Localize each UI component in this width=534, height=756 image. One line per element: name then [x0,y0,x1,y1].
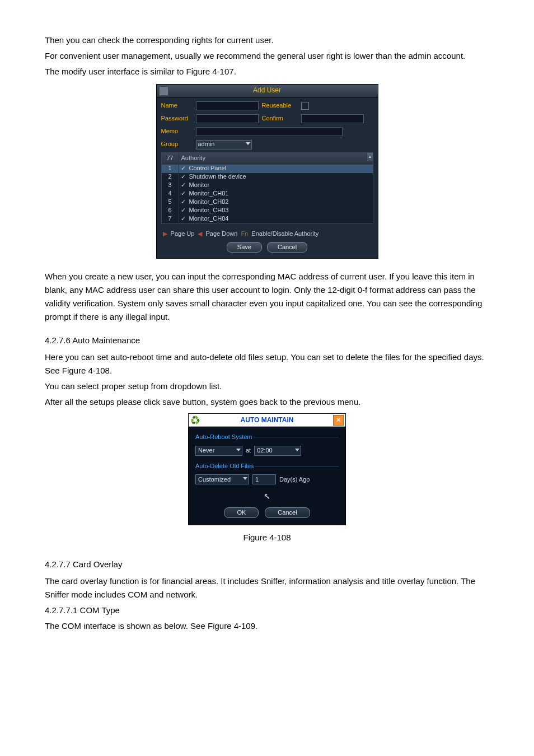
section-4276-heading: 4.2.7.6 Auto Maintenance [45,334,489,347]
add-user-icon [159,86,168,96]
divider [255,466,339,466]
row-number: 7 [162,214,179,224]
section-4277-p2: The COM interface is shown as below. See… [45,619,489,633]
authority-header-label: Authority [179,153,373,164]
memo-input[interactable] [196,127,343,136]
authority-count: 77 [162,153,179,164]
fn-label: Fn [241,230,248,237]
group-select-value: admin [198,139,215,150]
confirm-input[interactable] [301,114,364,123]
section-4276-p3: After all the setups please click save b… [45,395,489,409]
section-4277-p1: The card overlay function is for financi… [45,575,489,601]
recycle-icon: ♻️ [190,416,199,424]
mac-paragraph: When you create a new user, you can inpu… [45,270,489,324]
add-user-titlebar: Add User [157,85,378,97]
reboot-time-value: 02:00 [257,446,273,456]
name-label: Name [161,101,196,111]
chevron-down-icon [246,142,250,145]
close-icon[interactable]: × [333,415,344,426]
intro-line-3: The modify user interface is similar to … [45,65,489,78]
authority-label: Monitor_CH04 [188,214,229,224]
authority-row[interactable]: 7✓Monitor_CH04 [162,215,373,223]
auto-delete-label: Auto-Delete Old Files [195,461,254,472]
ok-button[interactable]: OK [224,507,259,518]
confirm-label: Confirm [262,114,301,124]
group-select[interactable]: admin [196,140,252,150]
page-down-icon[interactable]: ◀ [198,230,202,237]
add-user-title: Add User [253,85,281,96]
authority-header: 77 Authority ▴ [162,153,373,165]
section-4276-p1: Here you can set auto-reboot time and au… [45,351,489,377]
days-input[interactable]: 1 [252,474,276,484]
reuseable-checkbox[interactable] [301,102,309,110]
page-up-label[interactable]: Page Up [171,230,195,237]
chevron-down-icon [295,449,299,451]
figure-4-108-caption: Figure 4-108 [45,531,489,544]
cursor-icon: ↖ [195,490,339,502]
chevron-down-icon [236,449,241,451]
password-input[interactable] [196,114,259,123]
name-input[interactable] [196,101,259,110]
memo-label: Memo [161,127,196,137]
save-button[interactable]: Save [227,242,262,253]
divider [254,437,339,437]
add-user-dialog: Add User Name Reuseable Password Confirm… [156,84,378,259]
check-icon[interactable]: ✓ [179,214,188,224]
section-4276-p2: You can select proper setup from dropdow… [45,380,489,393]
authority-table: 77 Authority ▴ 1✓Control Panel2✓Shutdown… [161,152,373,224]
cancel-button[interactable]: Cancel [267,242,307,253]
enable-disable-label[interactable]: Enable/Disable Authority [251,230,318,237]
page-down-label[interactable]: Page Down [206,230,238,237]
at-label: at [246,446,251,456]
reboot-time-select[interactable]: 02:00 [254,446,301,456]
reuseable-label: Reuseable [262,101,301,111]
section-4277-sub: 4.2.7.7.1 COM Type [45,604,489,617]
authority-nav: ▶ Page Up ◀ Page Down Fn Enable/Disable … [157,226,378,240]
reboot-when-select[interactable]: Never [195,446,242,456]
scroll-up-icon[interactable]: ▴ [367,153,373,161]
auto-maintain-dialog: ♻️ AUTO MAINTAIN × Auto-Reboot System Ne… [188,413,346,525]
group-label: Group [161,139,196,150]
cancel-button[interactable]: Cancel [265,507,310,518]
delete-mode-value: Customized [198,475,231,485]
intro-line-2: For convenient user management, usually … [45,49,489,63]
auto-maintain-titlebar: ♻️ AUTO MAINTAIN × [189,414,345,427]
section-4277-heading: 4.2.7.7 Card Overlay [45,558,489,571]
days-value: 1 [255,475,259,485]
page-up-icon[interactable]: ▶ [163,230,167,237]
reboot-when-value: Never [198,446,214,456]
auto-maintain-title: AUTO MAINTAIN [241,415,294,426]
password-label: Password [161,114,196,124]
auto-reboot-label: Auto-Reboot System [195,432,252,442]
chevron-down-icon [243,477,247,480]
days-ago-label: Day(s) Ago [279,475,310,485]
delete-mode-select[interactable]: Customized [195,474,249,484]
intro-line-1: Then you can check the corresponding rig… [45,34,489,47]
